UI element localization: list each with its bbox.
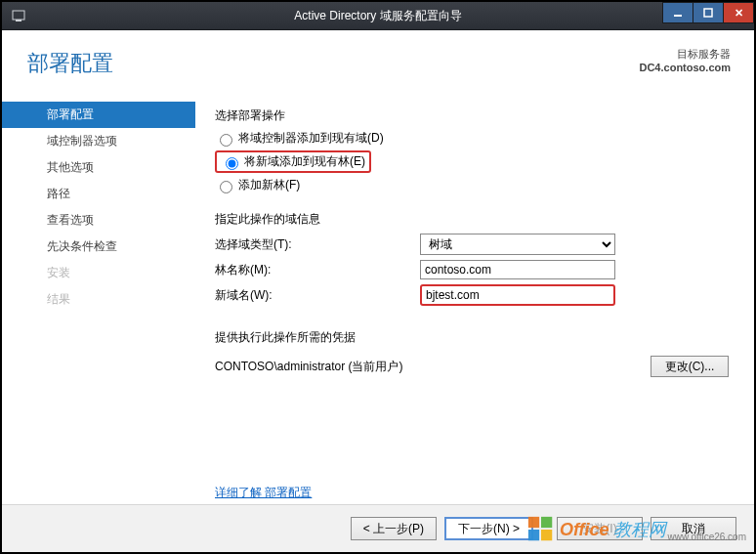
sidebar-item-install: 安装 — [2, 260, 195, 286]
svg-rect-5 — [541, 517, 552, 528]
forest-name-value: contoso.com — [420, 260, 615, 279]
domain-type-row: 选择域类型(T): 树域 — [215, 234, 729, 255]
sidebar-item-paths[interactable]: 路径 — [2, 181, 195, 207]
new-domain-label: 新域名(W): — [215, 287, 420, 304]
radio-add-new-forest-label: 添加新林(F) — [238, 177, 300, 193]
radio-add-domain-existing-forest-row: 将新域添加到现有林(E) — [215, 150, 729, 173]
body-area: 部署配置 域控制器选项 其他选项 路径 查看选项 先决条件检查 安装 结果 选择… — [2, 98, 754, 504]
app-icon — [8, 5, 29, 26]
sidebar-item-dc-options[interactable]: 域控制器选项 — [2, 128, 195, 154]
svg-rect-7 — [541, 530, 552, 540]
learn-more-link[interactable]: 详细了解 部署配置 — [215, 485, 312, 501]
cancel-button[interactable]: 取消 — [651, 517, 736, 540]
radio-add-domain-existing-forest[interactable] — [226, 157, 238, 170]
target-server-info: 目标服务器 DC4.contoso.com — [639, 47, 731, 75]
next-button[interactable]: 下一步(N) > — [444, 517, 533, 540]
forest-name-label: 林名称(M): — [215, 262, 420, 278]
footer-bar: < 上一步(P) 下一步(N) > 安装(I) 取消 Office 教程网 ww… — [2, 504, 754, 552]
main-panel: 选择部署操作 将域控制器添加到现有域(D) 将新域添加到现有林(E) 添加新林(… — [195, 98, 754, 504]
forest-name-row: 林名称(M): contoso.com — [215, 260, 729, 279]
page-title: 部署配置 — [27, 49, 113, 78]
header-area: 部署配置 目标服务器 DC4.contoso.com — [2, 29, 754, 98]
sidebar-item-review-options[interactable]: 查看选项 — [2, 207, 195, 234]
target-value: DC4.contoso.com — [639, 61, 731, 74]
credentials-label: 提供执行此操作所需的凭据 — [215, 329, 729, 346]
radio-add-dc-existing-domain-label: 将域控制器添加到现有域(D) — [238, 130, 384, 147]
new-domain-input[interactable] — [420, 284, 615, 306]
radio-add-domain-existing-forest-label: 将新域添加到现有林(E) — [244, 153, 365, 170]
target-label: 目标服务器 — [639, 47, 731, 61]
window-title: Active Directory 域服务配置向导 — [2, 8, 754, 24]
window-controls: ✕ — [663, 2, 754, 23]
radio-add-new-forest[interactable] — [220, 181, 232, 193]
new-domain-row: 新域名(W): — [215, 284, 729, 306]
sidebar: 部署配置 域控制器选项 其他选项 路径 查看选项 先决条件检查 安装 结果 — [2, 98, 195, 504]
svg-rect-3 — [704, 9, 712, 17]
maximize-button[interactable] — [693, 2, 724, 23]
domain-type-select[interactable]: 树域 — [420, 234, 615, 255]
content: 部署配置 目标服务器 DC4.contoso.com 部署配置 域控制器选项 其… — [2, 29, 754, 552]
sidebar-item-results: 结果 — [2, 286, 195, 313]
radio-add-new-forest-row: 添加新林(F) — [215, 177, 729, 193]
svg-rect-0 — [13, 11, 24, 20]
change-credentials-button[interactable]: 更改(C)... — [651, 356, 729, 377]
credentials-value: CONTOSO\administrator (当前用户) — [215, 359, 651, 375]
install-button: 安装(I) — [557, 517, 643, 540]
minimize-button[interactable] — [662, 2, 693, 23]
wizard-window: Active Directory 域服务配置向导 ✕ 部署配置 目标服务器 DC… — [0, 0, 756, 554]
close-button[interactable]: ✕ — [723, 2, 754, 23]
sidebar-item-prereq-check[interactable]: 先决条件检查 — [2, 234, 195, 260]
titlebar: Active Directory 域服务配置向导 ✕ — [2, 2, 754, 30]
domain-type-label: 选择域类型(T): — [215, 236, 420, 253]
credentials-section: 提供执行此操作所需的凭据 CONTOSO\administrator (当前用户… — [215, 329, 729, 377]
radio-add-dc-existing-domain[interactable] — [220, 134, 232, 147]
back-button[interactable]: < 上一步(P) — [351, 517, 437, 540]
sidebar-item-other-options[interactable]: 其他选项 — [2, 154, 195, 181]
credentials-row: CONTOSO\administrator (当前用户) 更改(C)... — [215, 356, 729, 377]
sidebar-item-deployment-config[interactable]: 部署配置 — [2, 102, 195, 128]
highlight-selected-radio: 将新域添加到现有林(E) — [215, 150, 371, 173]
svg-rect-1 — [16, 20, 21, 21]
select-operation-label: 选择部署操作 — [215, 107, 729, 124]
radio-add-dc-existing-domain-row: 将域控制器添加到现有域(D) — [215, 130, 729, 147]
domain-info-label: 指定此操作的域信息 — [215, 211, 729, 228]
